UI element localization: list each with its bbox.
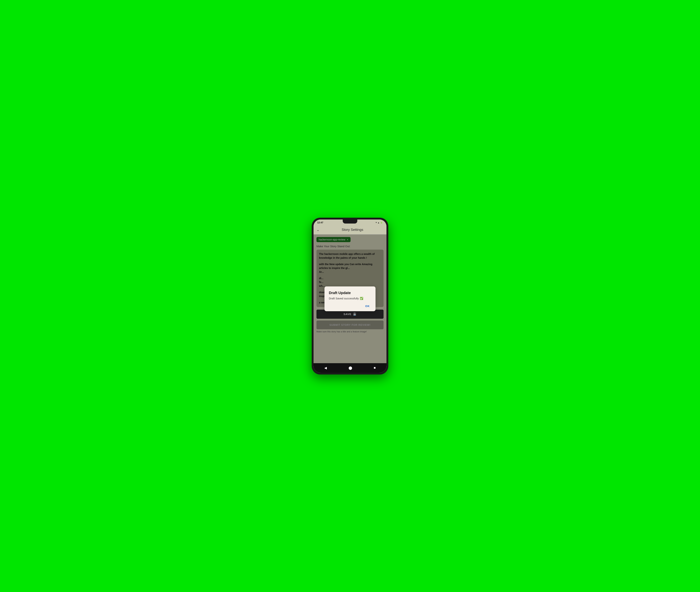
dialog-status-emoji: ✅ bbox=[360, 297, 363, 300]
phone-screen: 12:47 ▾ ▲ 🔋 ⌄ Story Settings hackernoon-… bbox=[313, 219, 387, 373]
signal-icon: ▲ bbox=[378, 221, 380, 224]
dialog-overlay: Draft Update Draft Saved successfully ✅ … bbox=[313, 235, 387, 363]
wifi-icon: ▾ bbox=[376, 221, 377, 224]
battery-icon: 🔋 bbox=[380, 221, 383, 224]
app-content: hackernoon-app-review × Make Your Story … bbox=[313, 235, 387, 363]
dialog-message-text: Draft Saved successfully bbox=[329, 297, 359, 300]
dialog-actions: OK bbox=[329, 304, 371, 308]
phone-notch bbox=[343, 219, 357, 224]
back-button[interactable]: ⌄ bbox=[316, 228, 319, 232]
status-time: 12:47 bbox=[317, 221, 323, 224]
nav-home-button[interactable]: ⬤ bbox=[345, 364, 356, 372]
nav-back-button[interactable]: ◀ bbox=[321, 364, 331, 372]
dialog-title: Draft Update bbox=[329, 291, 371, 295]
navigation-bar: ◀ ⬤ ■ bbox=[313, 363, 387, 373]
dialog-message: Draft Saved successfully ✅ bbox=[329, 297, 371, 300]
draft-update-dialog: Draft Update Draft Saved successfully ✅ … bbox=[324, 286, 376, 311]
page-title: Story Settings bbox=[321, 228, 384, 232]
phone-device: 12:47 ▾ ▲ 🔋 ⌄ Story Settings hackernoon-… bbox=[312, 218, 388, 375]
nav-recent-button[interactable]: ■ bbox=[370, 364, 379, 371]
status-icons: ▾ ▲ 🔋 bbox=[376, 221, 383, 224]
app-header: ⌄ Story Settings bbox=[313, 225, 387, 235]
dialog-ok-button[interactable]: OK bbox=[364, 304, 371, 308]
